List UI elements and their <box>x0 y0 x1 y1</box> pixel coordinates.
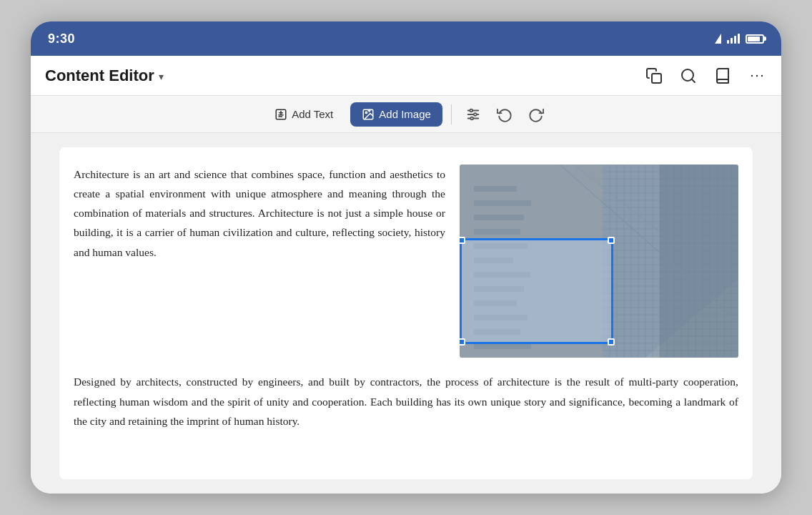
svg-point-12 <box>366 112 367 113</box>
svg-rect-72 <box>474 215 524 220</box>
paragraph-2: Designed by architects, constructed by e… <box>74 372 738 431</box>
svg-line-2 <box>692 79 695 82</box>
status-bar: 9:30 <box>31 21 781 56</box>
svg-point-3 <box>751 74 753 76</box>
editor-toolbar: Add Text Add Image <box>31 96 781 133</box>
wifi-icon <box>715 34 721 44</box>
svg-rect-0 <box>652 74 661 83</box>
svg-rect-73 <box>474 229 520 235</box>
filter-icon <box>465 107 481 122</box>
signal-icon <box>727 34 740 44</box>
selection-handle-tr[interactable] <box>608 237 615 244</box>
svg-rect-70 <box>474 186 517 192</box>
svg-point-19 <box>474 113 477 116</box>
add-image-button[interactable]: Add Image <box>350 102 442 127</box>
svg-point-20 <box>470 117 473 119</box>
undo-icon <box>497 107 513 122</box>
svg-point-5 <box>761 74 763 76</box>
add-text-button[interactable]: Add Text <box>263 102 345 127</box>
status-time: 9:30 <box>48 31 75 46</box>
redo-icon <box>528 107 544 122</box>
chevron-down-icon[interactable]: ▾ <box>159 71 164 82</box>
architecture-image <box>460 165 738 358</box>
battery-icon <box>746 34 764 44</box>
add-text-label: Add Text <box>292 108 333 120</box>
content-row-1: Architecture is an art and science that … <box>74 165 738 358</box>
copy-button[interactable] <box>644 66 664 86</box>
search-button[interactable] <box>678 66 698 86</box>
filter-button[interactable] <box>460 102 486 127</box>
status-icons <box>715 34 764 44</box>
book-button[interactable] <box>713 66 733 86</box>
svg-point-18 <box>470 109 472 112</box>
redo-button[interactable] <box>523 102 549 127</box>
content-area[interactable]: Architecture is an art and science that … <box>31 133 781 494</box>
svg-rect-68 <box>660 165 738 358</box>
toolbar-divider <box>451 104 452 124</box>
paragraph-1: Architecture is an art and science that … <box>74 165 445 358</box>
svg-point-4 <box>756 74 758 76</box>
add-image-icon <box>362 108 375 121</box>
page-title: Content Editor <box>45 67 154 85</box>
app-header: Content Editor ▾ <box>31 56 781 96</box>
more-button[interactable] <box>747 66 767 86</box>
add-text-icon <box>274 108 287 121</box>
header-actions <box>644 66 767 86</box>
add-image-label: Add Image <box>379 108 431 120</box>
svg-rect-81 <box>474 343 531 349</box>
selection-handle-bl[interactable] <box>460 338 465 345</box>
selection-handle-br[interactable] <box>608 338 615 345</box>
image-block[interactable] <box>460 165 738 358</box>
header-left: Content Editor ▾ <box>45 67 164 85</box>
selection-handle-tl[interactable] <box>460 237 465 244</box>
selection-overlay[interactable] <box>460 238 613 345</box>
editor-canvas: Architecture is an art and science that … <box>59 147 753 479</box>
tablet-frame: 9:30 Content Editor ▾ <box>31 21 781 494</box>
undo-button[interactable] <box>492 102 518 127</box>
svg-rect-71 <box>474 200 531 206</box>
